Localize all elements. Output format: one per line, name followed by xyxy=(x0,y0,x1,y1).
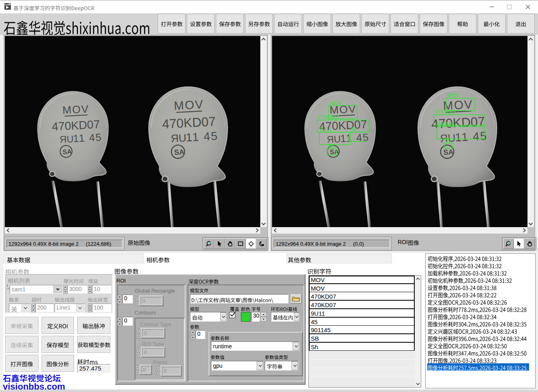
svg-text:9U11: 9U11 xyxy=(319,126,331,132)
svg-text:901145: 901145 xyxy=(437,121,454,127)
svg-text:SB: SB xyxy=(327,143,334,149)
svg-text:MOV: MOV xyxy=(447,92,459,98)
svg-text:Sh: Sh xyxy=(445,137,451,143)
svg-text:45: 45 xyxy=(350,126,356,132)
svg-text:MOV: MOV xyxy=(330,100,342,106)
svg-text:470KD07: 470KD07 xyxy=(317,114,339,120)
svg-text:470KD07: 470KD07 xyxy=(435,109,457,115)
